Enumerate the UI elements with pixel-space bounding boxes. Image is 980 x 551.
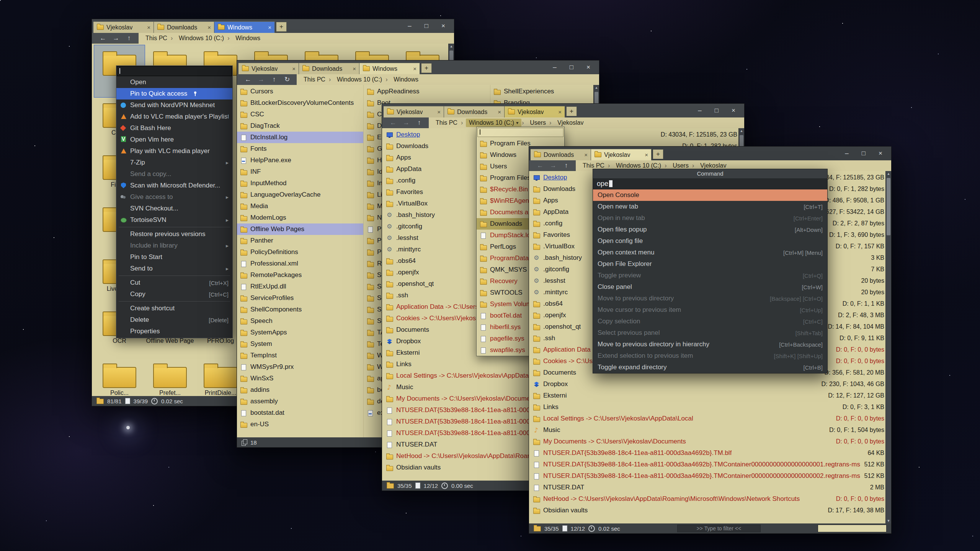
scroll-up-icon[interactable]: ▲ (739, 128, 744, 134)
context-menu-item[interactable]: Open Vim here ▸ (116, 134, 232, 145)
file-row[interactable]: My Documents -> C:\Users\Vjekoslav\Docum… (529, 436, 891, 447)
command-item[interactable]: Select previous panel [Shift+Tab] (593, 327, 827, 339)
new-tab-button[interactable]: + (653, 149, 663, 159)
breadcrumb-segment[interactable]: This PC▾ (142, 34, 170, 42)
nav-button[interactable]: ↑ (413, 118, 425, 127)
context-menu-search-input[interactable] (117, 66, 232, 76)
close-button[interactable]: × (436, 21, 451, 31)
file-row[interactable]: Offline Web Pages (237, 223, 363, 235)
file-row[interactable]: DiagTrack (237, 120, 363, 132)
close-button[interactable]: × (873, 148, 888, 158)
maximize-button[interactable]: □ (564, 62, 579, 72)
breadcrumb-segment[interactable]: Vjekoslav▾ (554, 119, 586, 127)
nav-button[interactable]: ← (534, 161, 546, 170)
file-row[interactable]: WinSxS (237, 373, 363, 384)
tab-close-icon[interactable]: × (353, 66, 356, 72)
quick-search-input[interactable] (818, 525, 887, 532)
context-menu-item[interactable]: 7-Zip ▸ (116, 157, 232, 168)
command-item[interactable]: Open config file (593, 235, 827, 247)
new-tab-button[interactable]: + (421, 63, 432, 73)
tab-close-icon[interactable]: × (268, 24, 271, 30)
context-menu-item[interactable]: Send a copy... ▸ (116, 168, 232, 180)
command-item[interactable]: Copy selection [Ctrl+C] (593, 316, 827, 327)
file-row[interactable]: Professional.xml (237, 258, 363, 269)
maximize-button[interactable]: □ (709, 106, 724, 116)
maximize-button[interactable]: □ (856, 148, 871, 158)
tab[interactable]: Downloads × (154, 21, 214, 33)
command-item[interactable]: Open files popup [Alt+Down] (593, 224, 827, 235)
scroll-down-icon[interactable]: ▼ (886, 518, 891, 523)
context-menu-item[interactable]: Add to VLC media player's Playlist ▸ (116, 111, 232, 122)
file-row[interactable]: LanguageOverlayCache (237, 189, 363, 201)
minimize-button[interactable]: – (839, 148, 854, 158)
command-item[interactable]: Open new tab [Ctrl+T] (593, 201, 827, 212)
file-row[interactable]: Local Settings -> C:\Users\Vjekoslav\App… (529, 413, 891, 424)
minimize-button[interactable]: – (547, 62, 562, 72)
context-menu-item[interactable]: Send with NordVPN Meshnet ▸ (116, 99, 232, 111)
command-item[interactable]: Toggle preview [Ctrl+Q] (593, 270, 827, 281)
file-row[interactable]: Cursors (237, 86, 363, 97)
context-menu-item[interactable]: ▸ (116, 226, 232, 228)
scroll-up-icon[interactable]: ▲ (886, 171, 891, 176)
breadcrumb-segment[interactable]: This PC▾ (301, 75, 328, 84)
tab-close-icon[interactable]: × (413, 66, 416, 72)
file-row[interactable]: RemotePackages (237, 269, 363, 281)
tab-close-icon[interactable]: × (147, 24, 150, 30)
file-row[interactable]: DtcInstall.log (237, 132, 363, 143)
file-row[interactable]: AppReadiness (364, 86, 490, 97)
file-row[interactable]: WMSysPr9.prx (237, 361, 363, 373)
nav-button[interactable]: ← (387, 118, 399, 127)
nav-button[interactable]: ↑ (123, 34, 135, 43)
tab[interactable]: Vjekoslav × (384, 106, 444, 117)
vertical-scrollbar[interactable]: ▲ ▼ (885, 171, 891, 523)
tab-close-icon[interactable]: × (292, 66, 296, 72)
breadcrumb-segment[interactable]: Users▾ (527, 119, 549, 127)
breadcrumb-segment[interactable]: Windows 10 (C:)▾ (466, 119, 521, 127)
context-menu-item[interactable]: ▸ (116, 300, 232, 303)
tab-close-icon[interactable]: × (437, 109, 441, 115)
command-item[interactable]: Toggle expand directory [Ctrl+B] (593, 362, 827, 373)
command-item[interactable]: Close panel [Ctrl+W] (593, 281, 827, 293)
context-menu-item[interactable]: Pin to Start ▸ (116, 251, 232, 263)
tab[interactable]: Vjekoslav × (591, 149, 652, 160)
file-row[interactable]: NTUSER.DAT{53b39e88-18c4-11ea-a811-000d3… (529, 470, 891, 482)
context-menu-item[interactable]: Scan with Microsoft Defender... ▸ (116, 180, 232, 191)
tab[interactable]: Vjekoslav × (238, 63, 299, 74)
file-row[interactable]: Panther (237, 235, 363, 246)
file-row[interactable]: NTUSER.DAT 2 MB (529, 482, 891, 493)
file-row[interactable]: bootstat.dat (237, 407, 363, 419)
file-row[interactable]: System (237, 338, 363, 350)
scrollbar-thumb[interactable] (887, 178, 890, 235)
tab[interactable]: Windows × (214, 21, 275, 33)
nav-button[interactable]: ↑ (560, 161, 572, 170)
file-row[interactable]: NTUSER.DAT{53b39e88-18c4-11ea-a811-000d3… (529, 459, 891, 470)
tab-close-icon[interactable]: × (207, 24, 211, 30)
close-button[interactable]: × (581, 62, 596, 72)
breadcrumb-segment[interactable]: Windows▾ (232, 34, 263, 42)
context-menu-item[interactable]: SVN Checkout... ▸ (116, 203, 232, 214)
command-item[interactable]: Move to previous directory [Backspace] [… (593, 293, 827, 304)
tab[interactable]: Vjekoslav × (93, 21, 154, 33)
breadcrumb-segment[interactable]: Windows 10 (C:)▾ (334, 75, 385, 84)
nav-button[interactable]: ← (242, 75, 254, 84)
command-item[interactable]: Open in new tab [Ctrl+Enter] (593, 212, 827, 224)
maximize-button[interactable]: □ (419, 21, 434, 31)
tab[interactable]: Downloads × (444, 106, 505, 117)
context-menu-item[interactable]: TortoiseSVN ▸ (116, 214, 232, 226)
tab-close-icon[interactable]: × (558, 109, 562, 115)
breadcrumb-segment[interactable]: Windows 10 (C:)▾ (176, 34, 227, 42)
dropdown-filter-input[interactable] (477, 128, 564, 137)
close-button[interactable]: × (726, 106, 741, 116)
new-tab-button[interactable]: + (566, 106, 577, 116)
command-item[interactable]: Open File Explorer (593, 258, 827, 270)
command-input[interactable]: ope (593, 178, 827, 189)
tab[interactable]: Downloads × (299, 63, 359, 74)
scroll-up-icon[interactable]: ▲ (594, 85, 599, 90)
nav-button[interactable]: ← (97, 34, 109, 43)
nav-button[interactable]: → (547, 161, 559, 170)
file-row[interactable]: Dropbox D: 230, F: 1043, 46 GB (529, 378, 891, 390)
command-item[interactable]: Extend selection to previous item [Shift… (593, 350, 827, 362)
file-row[interactable]: Speech (237, 315, 363, 327)
context-menu-item[interactable]: Copy ▸ [Ctrl+C] (116, 289, 232, 300)
file-row[interactable]: NTUSER.DAT{53b39e88-18c4-11ea-a811-000d3… (529, 447, 891, 459)
